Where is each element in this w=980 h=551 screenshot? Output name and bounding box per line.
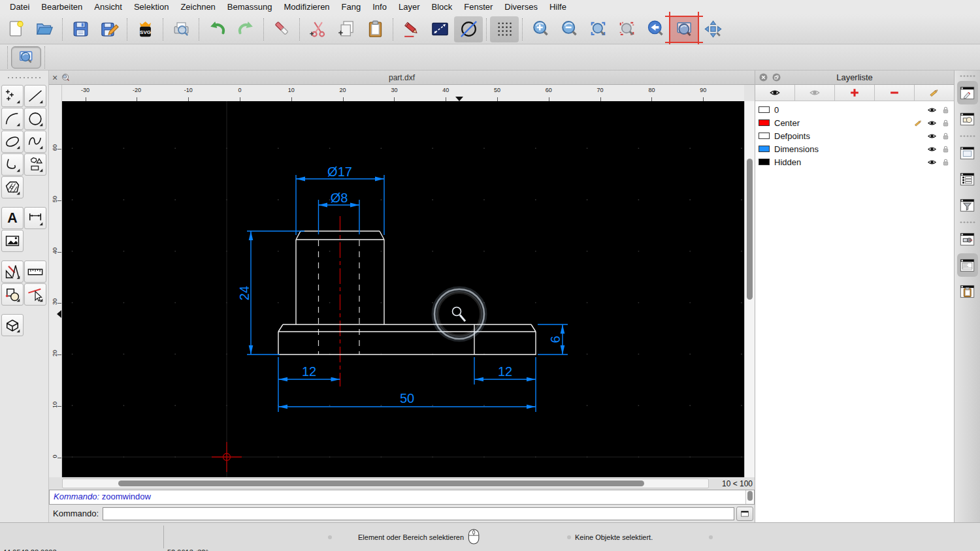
zoom-auto-button[interactable] [583,16,612,42]
layer-lock-icon[interactable] [941,132,950,140]
layer-lock-icon[interactable] [941,119,950,127]
menu-item-ansicht[interactable]: Ansicht [88,0,128,14]
zoom-window-button[interactable] [670,16,698,42]
tool-cube-button[interactable] [1,314,24,336]
remove-layer-button[interactable] [875,85,915,101]
pan-button[interactable] [698,16,727,42]
menu-item-modifizieren[interactable]: Modifizieren [278,0,336,14]
vertical-scrollbar[interactable] [744,101,755,477]
tab-close-button[interactable]: × [49,71,61,84]
new-button[interactable] [1,16,30,42]
panel-undock-button[interactable] [772,72,781,82]
horizontal-scrollbar[interactable] [62,479,709,488]
menu-item-block[interactable]: Block [425,0,458,14]
zoom-out-button[interactable] [555,16,583,42]
tool-spline-button[interactable] [24,131,46,153]
menu-item-layer[interactable]: Layer [393,0,426,14]
menu-item-fang[interactable]: Fang [336,0,367,14]
history-scrollbar[interactable] [745,490,754,504]
layer-visibility-icon[interactable] [927,157,937,167]
tool-text-button[interactable]: A [1,207,24,229]
menu-item-bearbeiten[interactable]: Bearbeiten [35,0,88,14]
tool-points-button[interactable] [1,85,24,107]
menu-item-diverses[interactable]: Diverses [498,0,544,14]
add-layer-button[interactable] [835,85,875,101]
zoom-previous-button[interactable] [641,16,670,42]
menu-item-datei[interactable]: Datei [4,0,35,14]
menu-item-fenster[interactable]: Fenster [458,0,498,14]
selection-list-dock-button[interactable] [957,167,978,191]
layer-visibility-icon[interactable] [927,118,937,128]
history-scrollbar-thumb[interactable] [747,491,753,501]
svg-export-button[interactable]: SVG [131,16,159,42]
layer-lock-icon[interactable] [941,145,950,153]
print-preview-button[interactable] [167,16,195,42]
tool-select-button[interactable] [24,283,46,306]
menu-item-bemassung[interactable]: Bemassung [221,0,278,14]
tool-hatch-button[interactable] [1,176,24,198]
show-all-layers-button[interactable] [755,85,795,101]
menu-item-hilfe[interactable]: Hilfe [544,0,572,14]
layer-lock-icon[interactable] [941,106,950,114]
save-as-button[interactable] [95,16,123,42]
save-button[interactable] [66,16,95,42]
command-input[interactable] [103,507,734,520]
vertical-scrollbar-thumb[interactable] [747,159,753,300]
open-button[interactable] [30,16,59,42]
tool-polygon-button[interactable] [24,153,46,176]
tool-drawtools-button[interactable] [1,260,24,283]
drawing-canvas[interactable]: Ø17 Ø8 24 6 12 12 50 [62,101,744,477]
menu-item-selektion[interactable]: Selektion [128,0,174,14]
edit-layer-button[interactable] [915,85,954,101]
edit-pencil-button[interactable] [397,16,425,42]
palette-drag-handle[interactable] [5,74,43,81]
clipboard-panel-dock-button[interactable] [957,279,978,303]
tool-ellipse-button[interactable] [1,131,24,153]
grid-status: 10 < 100 [709,479,755,488]
layer-visibility-icon[interactable] [927,144,937,154]
tool-image-button[interactable] [1,230,24,252]
distance-button[interactable] [425,16,454,42]
layer-row-dimensions[interactable]: Dimensions [755,142,954,155]
tool-widget-dock-button[interactable] [957,227,978,251]
block-list-dock-button[interactable] [957,107,978,131]
command-window-button[interactable] [736,507,753,521]
grid-button[interactable] [490,16,519,42]
toolbar-separator [7,46,8,69]
draft-mode-button[interactable] [454,16,483,42]
tool-polyline-button[interactable] [1,153,24,176]
tool-circle-button[interactable] [24,108,46,130]
copy-button[interactable] [332,16,361,42]
cut-button[interactable] [303,16,332,42]
menu-item-zeichnen[interactable]: Zeichnen [174,0,221,14]
tool-arc-button[interactable] [1,108,24,130]
tool-measure-button[interactable] [24,260,46,283]
zoom-in-button[interactable] [526,16,555,42]
vruler-tick [57,406,61,407]
layer-row-center[interactable]: Center [755,116,954,129]
layer-row-defpoints[interactable]: Defpoints [755,129,954,142]
paste-button[interactable] [361,16,389,42]
library-browser-dock-button[interactable] [957,141,978,165]
command-window-dock-button[interactable] [957,253,978,277]
menu-item-info[interactable]: Info [367,0,393,14]
redo-button[interactable] [231,16,260,42]
zoom-redraw-button[interactable] [612,16,641,42]
selection-filter-dock-button[interactable] [957,193,978,217]
layer-visibility-icon[interactable] [927,131,937,141]
horizontal-scrollbar-thumb[interactable] [118,480,644,486]
layer-visibility-icon[interactable] [927,105,937,115]
zoom-window-tool-icon [18,49,35,66]
tool-modify-button[interactable] [1,283,24,306]
delete-button[interactable] [267,16,296,42]
property-editor-dock-button[interactable] [957,81,978,104]
zoom-window-tool-button[interactable] [11,46,41,69]
undo-button[interactable] [203,16,231,42]
layer-row-hidden[interactable]: Hidden [755,155,954,168]
panel-close-button[interactable] [759,72,768,82]
tool-dimension-button[interactable] [24,207,46,229]
layer-row-0[interactable]: 0 [755,103,954,116]
hide-all-layers-button[interactable] [795,85,835,101]
layer-lock-icon[interactable] [941,158,950,166]
tool-line-button[interactable] [24,85,46,107]
